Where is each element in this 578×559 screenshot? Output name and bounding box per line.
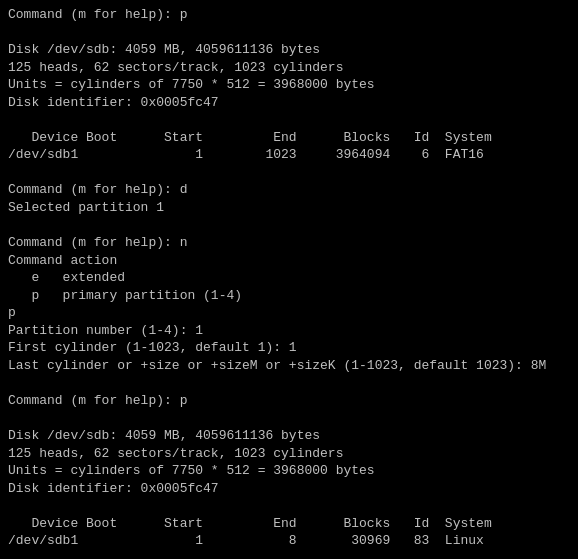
table-header-1: Device Boot Start End Blocks Id System: [8, 129, 570, 147]
cmd-line-3: Command (m for help): n: [8, 234, 570, 252]
disk-info-2: 125 heads, 62 sectors/track, 1023 cylind…: [8, 59, 570, 77]
cmd-action-label: Command action: [8, 252, 570, 270]
blank-line-7: [8, 497, 570, 515]
cmd-action-p: p: [8, 304, 570, 322]
blank-line-1: [8, 24, 570, 42]
blank-line-6: [8, 410, 570, 428]
table-row-2: /dev/sdb1 1 8 30969 83 Linux: [8, 532, 570, 550]
cmd-action-primary: p primary partition (1-4): [8, 287, 570, 305]
disk-info-8: Disk identifier: 0x0005fc47: [8, 480, 570, 498]
cmd-line-4: Command (m for help): p: [8, 392, 570, 410]
blank-line-3: [8, 164, 570, 182]
last-cylinder: Last cylinder or +size or +sizeM or +siz…: [8, 357, 570, 375]
cmd-action-extended: e extended: [8, 269, 570, 287]
disk-info-5: Disk /dev/sdb: 4059 MB, 4059611136 bytes: [8, 427, 570, 445]
terminal-window: Command (m for help): p Disk /dev/sdb: 4…: [8, 6, 570, 559]
disk-info-6: 125 heads, 62 sectors/track, 1023 cylind…: [8, 445, 570, 463]
disk-info-4: Disk identifier: 0x0005fc47: [8, 94, 570, 112]
blank-line-5: [8, 374, 570, 392]
table-row-1: /dev/sdb1 1 1023 3964094 6 FAT16: [8, 146, 570, 164]
partition-number: Partition number (1-4): 1: [8, 322, 570, 340]
table-header-2: Device Boot Start End Blocks Id System: [8, 515, 570, 533]
disk-info-3: Units = cylinders of 7750 * 512 = 396800…: [8, 76, 570, 94]
blank-line-4: [8, 217, 570, 235]
selected-partition: Selected partition 1: [8, 199, 570, 217]
blank-line-8: [8, 550, 570, 559]
cmd-line-2: Command (m for help): d: [8, 181, 570, 199]
blank-line-2: [8, 111, 570, 129]
cmd-line-1: Command (m for help): p: [8, 6, 570, 24]
disk-info-7: Units = cylinders of 7750 * 512 = 396800…: [8, 462, 570, 480]
first-cylinder: First cylinder (1-1023, default 1): 1: [8, 339, 570, 357]
disk-info-1: Disk /dev/sdb: 4059 MB, 4059611136 bytes: [8, 41, 570, 59]
